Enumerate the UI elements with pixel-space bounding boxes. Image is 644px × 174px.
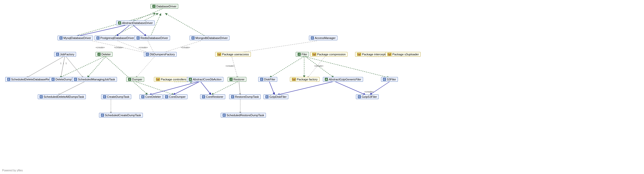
svg-line-16 [87,57,106,78]
svg-line-22 [211,82,238,95]
svg-line-6 [116,25,129,36]
powered-by: Powered by yfiles [2,169,23,172]
class-icon: C [146,53,149,56]
node-RedisDatabaseDriver: C RedisDatabaseDriver [135,36,170,40]
node-DatabaseDriver: I DatabaseDriver [151,4,178,9]
create-label-2: «create» [114,46,123,49]
svg-line-26 [335,82,366,95]
class-icon: C [358,95,361,98]
node-Filer: I Filer [296,52,309,57]
num-1b: 1 [63,62,64,65]
class-icon: C [59,36,63,40]
svg-line-28 [269,57,304,78]
node-AccessManager: C AccessManager [309,36,337,40]
svg-line-5 [77,25,125,36]
node-ScheduledRestoreDumpTask: C ScheduledRestoreDumpTask [221,113,266,118]
node-MongodbDatabaseDriver: C MongodbDatabaseDriver [190,36,229,40]
diagram-container: I DatabaseDriver A AbstractDatabaseDrive… [0,0,644,174]
create-label-3: «create» [139,46,148,49]
diagram-arrows [0,0,644,174]
node-DbDumpersFactory: C DbDumpersFactory [144,52,177,57]
svg-line-25 [277,82,333,95]
node-JobFactory: C JobFactory [54,52,76,57]
node-GzipS3Filer: C GzipS3Filer [356,94,379,99]
class-icon: C [7,78,10,81]
svg-line-36 [232,57,238,78]
node-ScheduledManagingJobTask: C ScheduledManagingJobTask [72,77,117,82]
svg-line-13 [61,57,65,78]
create-label-4: «create» [181,46,190,49]
node-MysqlDatabaseDriver: C MysqlDatabaseDriver [58,36,93,40]
create-label-1: «create» [96,46,105,49]
class-icon: C [56,53,59,56]
class-icon: C [96,36,100,40]
package-icon: 📦 [387,53,392,56]
node-PackageInterceptor: 📦 Package interceptor [355,52,390,57]
package-icon: 📦 [312,53,316,56]
node-S3Filer: C S3Filer [381,77,398,82]
svg-line-7 [133,25,147,36]
class-icon: C [265,95,269,98]
svg-line-38 [308,57,325,78]
abstract-icon: A [189,78,192,81]
node-CoreDumper: C CoreDumper [163,94,187,99]
svg-line-32 [58,82,84,95]
node-CreateDumpTask: C CreateDumpTask [101,94,131,99]
node-PackageS3uploader: 📦 Package s3uploader [386,52,421,57]
svg-line-20 [173,82,199,95]
svg-line-23 [239,82,240,95]
class-icon: C [40,95,43,98]
abstract-icon: A [325,78,328,81]
create-label-6: «create» [314,65,323,67]
node-CoreDeleter: C CoreDeleter [139,94,163,99]
interface-icon: I [97,53,101,56]
package-icon: 📦 [357,53,361,56]
svg-line-40 [106,57,148,95]
package-icon: 📦 [292,78,296,81]
node-PackageFactory: 📦 Package factory [290,77,319,82]
node-CoreRestorer: C CoreRestorer [200,94,225,99]
node-RestoreDumpTask: C RestoreDumpTask [229,94,261,99]
svg-line-14 [66,57,83,78]
interface-icon: I [128,78,131,81]
num-1a: 1 [60,62,62,65]
interface-icon: I [229,78,233,81]
node-AbstractGzipGenericFiler: A AbstractGzipGenericFiler [323,77,363,82]
interface-icon: I [152,5,156,8]
svg-line-29 [305,57,389,78]
node-PackageCompression: 📦 Package compression [310,52,347,57]
svg-line-0 [133,8,163,22]
node-AbstractCoreDbAction: A AbstractCoreDbAction [187,77,223,82]
abstract-icon: A [118,21,121,25]
class-icon: C [191,36,195,40]
svg-line-31 [306,57,334,78]
svg-line-12 [26,57,63,78]
node-Dumper: I Dumper [126,77,144,82]
class-icon: C [51,78,55,81]
package-icon: 📦 [217,53,221,56]
node-ScheduledDeleteAllDumpsTask: C ScheduledDeleteAllDumpsTask [38,94,86,99]
class-icon: C [165,95,168,98]
class-icon: C [231,95,234,98]
create-label-5: «create» [225,65,235,67]
num-1c: 1 [65,62,67,65]
svg-line-24 [269,82,275,95]
svg-line-17 [136,57,154,78]
svg-line-4 [165,13,206,36]
node-PackageUseraccess: 📦 Package useraccess [215,52,251,57]
class-icon: C [202,95,205,98]
class-icon: C [141,95,144,98]
class-icon: C [103,95,106,98]
svg-line-21 [201,82,211,95]
node-GzipDiskFiler: C GzipDiskFiler [264,94,288,99]
node-PackageControllers: 📦 Package controllers [154,77,188,82]
svg-line-15 [59,57,104,78]
node-DiskFiler: C DiskFiler [258,77,277,82]
svg-line-18 [136,82,174,95]
node-ScheduledCreateDumpTask: C ScheduledCreateDumpTask [99,113,143,118]
package-icon: 📦 [156,78,160,81]
class-icon: C [311,36,314,40]
svg-line-19 [149,82,198,95]
node-Restorer: I Restorer [228,77,246,82]
class-icon: C [223,114,226,117]
